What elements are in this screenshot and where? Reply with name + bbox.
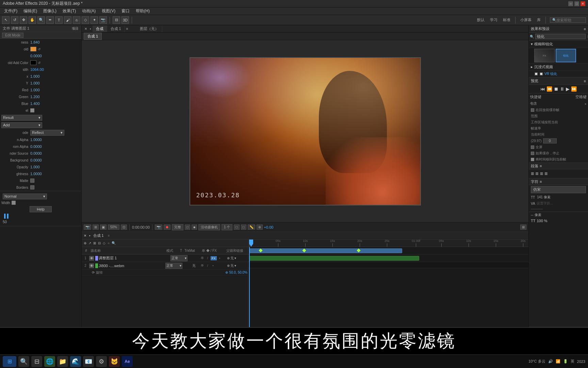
taskbar-explorer[interactable]: 📁 — [57, 356, 68, 367]
menu-animation[interactable]: 动画(A) — [79, 7, 98, 15]
vc-zoom[interactable]: 50% — [108, 225, 119, 230]
color-orange-swatch[interactable] — [30, 47, 36, 51]
prev-forward[interactable]: ⏩ — [571, 86, 577, 92]
taskbar-battery-icon[interactable]: 🔋 — [563, 359, 568, 364]
composition-viewer[interactable]: 2023.03.28 — [82, 40, 528, 222]
workspace-standard[interactable]: 标准 — [501, 17, 512, 22]
taskbar-language[interactable]: 英 — [571, 359, 574, 364]
vc-rulers[interactable]: 📏 — [248, 225, 255, 230]
lch-icon-4[interactable]: ⊟ — [98, 241, 101, 245]
add-dropdown[interactable]: Add▾ — [1, 122, 42, 128]
fullscreen-checkbox[interactable] — [531, 145, 534, 149]
tool-move[interactable]: ✥ — [20, 16, 27, 24]
lch-icon-2[interactable]: ↗ — [88, 241, 91, 245]
prev-stop[interactable]: ⏹ — [554, 86, 558, 92]
edit-mode-btn[interactable]: Edit Mode — [2, 33, 23, 38]
menu-image[interactable]: 图像(L) — [40, 7, 59, 15]
prev-first[interactable]: ⏮ — [540, 86, 545, 92]
vc-expand[interactable]: ⊞ — [520, 225, 526, 230]
menu-view[interactable]: 视图(V) — [99, 7, 118, 15]
tool-camera[interactable]: 📷 — [99, 16, 107, 24]
taskbar-sound-icon[interactable]: 🔊 — [548, 359, 553, 364]
prev-play[interactable]: ▶ — [566, 86, 570, 92]
restore-button[interactable]: □ — [574, 1, 579, 6]
menu-effects[interactable]: 效果(T) — [60, 7, 79, 15]
menu-file[interactable]: 文件(F) — [1, 7, 20, 15]
lch-icon-1[interactable]: ⊕ — [84, 241, 86, 245]
tool-align[interactable]: ⊟ — [113, 16, 120, 24]
fx-thumb-2[interactable]: 锐化 — [556, 49, 576, 62]
taskbar-search[interactable]: 🔍 — [18, 356, 29, 367]
tool-brush[interactable]: 🖌 — [64, 16, 71, 24]
search-input[interactable] — [556, 18, 584, 22]
vc-fast-preview[interactable]: □ — [185, 225, 190, 230]
taskbar-start-button[interactable]: ⊞ — [3, 356, 16, 367]
layer-visibility-1[interactable]: 👁 — [89, 256, 94, 261]
font-selector[interactable]: 仿宋 — [531, 186, 586, 193]
taskbar-app1[interactable]: 🐱 — [109, 356, 120, 367]
tool-text[interactable]: T — [55, 16, 63, 24]
tab-composition-1[interactable]: 合成 1 — [107, 26, 125, 32]
tool-shape[interactable]: ◇ — [82, 16, 89, 24]
taskbar-edge[interactable]: 🌊 — [70, 356, 81, 367]
align-left[interactable]: ≡ — [531, 171, 534, 177]
workspace-small[interactable]: 小屏幕 — [518, 17, 534, 22]
vc-3d[interactable]: □ — [234, 225, 239, 230]
li-fx[interactable]: FX — [211, 256, 217, 260]
vc-snapshot-btn[interactable]: 📷 — [155, 225, 162, 230]
layer-mode-dropdown-2[interactable]: 正常▾ — [165, 263, 182, 269]
prev-back[interactable]: ⏪ — [546, 86, 552, 92]
tool-select[interactable]: ↖ — [2, 16, 10, 24]
vc-pixel[interactable]: □ — [241, 225, 246, 230]
color-black-reset[interactable]: ↺ — [38, 61, 40, 65]
titlebar-controls[interactable]: ─ □ ✕ — [568, 1, 585, 6]
lch-icon-5[interactable]: ◇ — [103, 241, 105, 245]
vc-camera[interactable]: 活动摄像机 — [198, 224, 220, 230]
borders-checkbox[interactable] — [30, 185, 34, 189]
el-checkbox[interactable] — [30, 108, 34, 112]
vc-fitframe[interactable]: ⊡ — [121, 225, 127, 230]
lch-icon-6[interactable]: ○ — [108, 241, 110, 245]
align-center[interactable]: ≡ — [535, 171, 538, 177]
vc-transparency[interactable]: ▣ — [100, 225, 107, 230]
tool-puppet[interactable]: ✦ — [91, 16, 98, 24]
stop-cache-checkbox[interactable] — [531, 152, 534, 155]
normal-dropdown[interactable]: Normal▾ — [3, 194, 47, 199]
color-black-swatch[interactable] — [30, 60, 36, 65]
vc-snapshot[interactable]: 📷 — [84, 225, 91, 230]
prev-pause[interactable]: ⏸ — [560, 86, 565, 92]
tool-rotate[interactable]: ↺ — [11, 16, 18, 24]
tool-pan[interactable]: ✋ — [29, 16, 36, 24]
reflect-dropdown[interactable]: Reflect▾ — [30, 130, 64, 136]
result-dropdown[interactable]: Result▾ — [1, 115, 42, 121]
fps-input[interactable] — [543, 138, 557, 143]
vc-quality[interactable]: 完整 — [172, 224, 183, 230]
taskbar-settings[interactable]: ⚙ — [96, 356, 107, 367]
taskbar-chrome[interactable]: 🌐 — [44, 356, 55, 367]
timeline-tracks[interactable]: 05s 10s 15s 20s — [248, 240, 528, 327]
move-time-checkbox[interactable] — [531, 158, 534, 161]
workspace-default[interactable]: 默认 — [475, 17, 487, 22]
tool-zoom[interactable]: 🔍 — [37, 16, 45, 24]
tl-close[interactable]: ✕ — [84, 234, 86, 237]
vc-record[interactable]: ⏺ — [164, 225, 170, 230]
tab-layer[interactable]: 图层（无） — [136, 26, 162, 32]
menu-window[interactable]: 窗口 — [119, 7, 132, 15]
taskbar-ae[interactable]: Ae — [122, 356, 133, 367]
matte-checkbox[interactable] — [30, 179, 34, 183]
taskbar-network-icon[interactable]: 📶 — [556, 359, 560, 364]
help-button[interactable]: Help — [30, 206, 52, 212]
color-reset-btn[interactable]: ↺ — [38, 47, 40, 51]
menu-help[interactable]: 帮助(H) — [133, 7, 152, 15]
effects-search-input[interactable] — [535, 34, 586, 39]
prop-width-value[interactable]: 1064.00 — [30, 67, 44, 72]
taskbar-mail[interactable]: 📧 — [83, 356, 94, 367]
minimize-button[interactable]: ─ — [568, 1, 573, 6]
align-right[interactable]: ≡ — [540, 171, 543, 177]
tool-stamp[interactable]: ⎋ — [73, 16, 80, 24]
workspace-learn[interactable]: 学习 — [488, 17, 500, 22]
workspace-library[interactable]: 库 — [535, 17, 543, 22]
align-justify[interactable]: ≡ — [544, 171, 548, 177]
tab-composition[interactable]: 合成 — [93, 26, 107, 32]
tool-pen[interactable]: ✒ — [46, 16, 54, 24]
